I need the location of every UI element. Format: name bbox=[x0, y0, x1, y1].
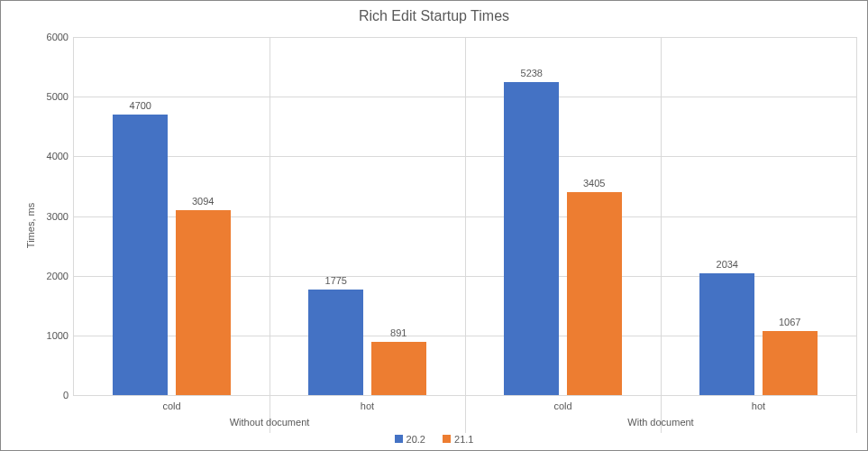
legend-swatch-icon bbox=[443, 435, 451, 443]
category-label: cold bbox=[162, 400, 180, 411]
bar-value-label: 1775 bbox=[309, 275, 363, 286]
group-separator bbox=[661, 37, 662, 433]
legend: 20.2 21.1 bbox=[1, 434, 867, 446]
legend-item-series-1: 21.1 bbox=[443, 434, 473, 445]
bar-value-label: 891 bbox=[371, 327, 425, 338]
plot-area: 010002000300040005000600047003094cold177… bbox=[73, 37, 856, 396]
bar-series-0 bbox=[308, 290, 363, 395]
group-separator bbox=[465, 37, 466, 433]
bar-value-label: 3094 bbox=[176, 196, 230, 207]
legend-label: 21.1 bbox=[454, 434, 473, 445]
bar-series-0 bbox=[113, 115, 168, 395]
legend-item-series-0: 20.2 bbox=[395, 434, 425, 445]
category-label: hot bbox=[361, 400, 374, 411]
bar-value-label: 2034 bbox=[700, 259, 754, 270]
bar-series-0 bbox=[504, 82, 559, 395]
bar-series-1 bbox=[176, 210, 231, 395]
group-separator bbox=[270, 37, 270, 433]
category-label: cold bbox=[553, 400, 571, 411]
group-separator bbox=[856, 37, 857, 433]
bar-series-1 bbox=[763, 331, 818, 395]
bar-series-1 bbox=[567, 192, 622, 395]
y-tick-label: 3000 bbox=[47, 211, 74, 222]
bar-series-1 bbox=[371, 342, 426, 395]
bar-value-label: 3405 bbox=[567, 178, 621, 189]
bar-series-0 bbox=[699, 273, 754, 395]
group-label: With document bbox=[627, 417, 693, 428]
bar-value-label: 1067 bbox=[763, 317, 817, 327]
chart-title: Rich Edit Startup Times bbox=[1, 1, 867, 28]
category-label: hot bbox=[752, 400, 765, 411]
legend-label: 20.2 bbox=[407, 434, 425, 445]
y-tick-label: 6000 bbox=[47, 32, 74, 42]
y-tick-label: 2000 bbox=[47, 271, 74, 281]
y-tick-label: 1000 bbox=[47, 330, 74, 341]
bar-value-label: 5238 bbox=[505, 68, 559, 78]
chart-container: Rich Edit Startup Times Times, ms 010002… bbox=[0, 0, 868, 451]
bar-value-label: 4700 bbox=[114, 100, 168, 111]
y-tick-label: 5000 bbox=[47, 91, 74, 102]
y-tick-label: 4000 bbox=[47, 151, 74, 161]
y-axis-label: Times, ms bbox=[25, 203, 36, 248]
group-label: Without document bbox=[230, 417, 310, 428]
y-tick-label: 0 bbox=[63, 390, 74, 400]
legend-swatch-icon bbox=[395, 435, 403, 443]
